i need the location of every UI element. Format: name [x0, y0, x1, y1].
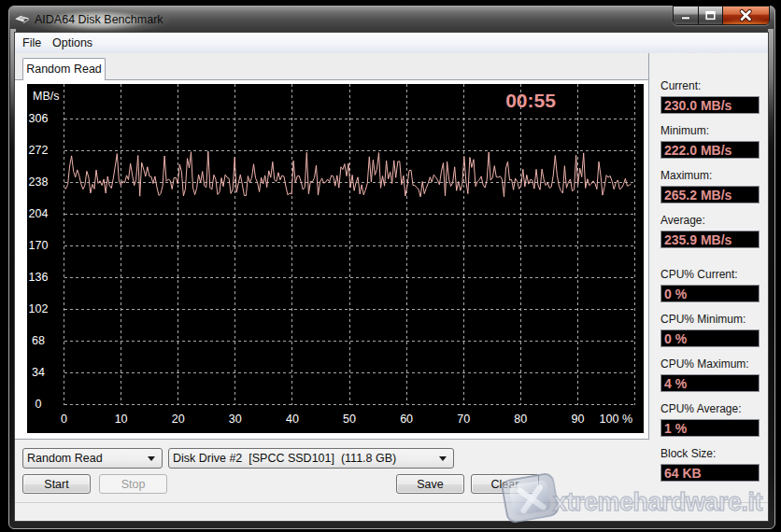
svg-text:90: 90: [571, 413, 584, 426]
svg-text:0: 0: [36, 398, 42, 411]
svg-text:238: 238: [29, 175, 49, 189]
svg-text:68: 68: [32, 334, 45, 347]
svg-text:204: 204: [29, 207, 49, 220]
svg-text:272: 272: [29, 144, 49, 157]
svg-text:0: 0: [61, 413, 67, 426]
svg-text:306: 306: [29, 112, 49, 125]
svg-text:70: 70: [457, 413, 470, 426]
svg-text:80: 80: [514, 413, 527, 426]
svg-text:102: 102: [29, 302, 49, 315]
svg-text:00:55: 00:55: [505, 90, 556, 111]
svg-text:50: 50: [343, 413, 356, 426]
svg-text:100 %: 100 %: [600, 413, 632, 426]
svg-text:60: 60: [400, 413, 413, 426]
svg-text:34: 34: [32, 366, 45, 379]
svg-text:20: 20: [172, 413, 185, 426]
svg-text:170: 170: [29, 239, 49, 252]
svg-text:10: 10: [115, 413, 128, 426]
svg-text:MB/s: MB/s: [33, 90, 59, 103]
svg-text:136: 136: [29, 271, 49, 284]
svg-text:40: 40: [286, 413, 299, 426]
svg-text:30: 30: [229, 413, 242, 426]
